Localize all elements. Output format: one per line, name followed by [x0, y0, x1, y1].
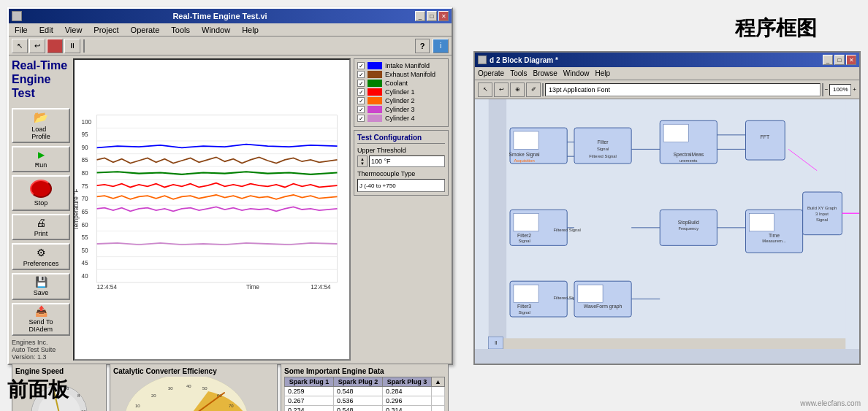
block-menu-tools[interactable]: Tools [510, 69, 527, 77]
menu-bar: File Edit View Project Operate Tools Win… [9, 23, 452, 37]
toolbar-back-btn[interactable]: ↩ [29, 39, 45, 53]
maximize-button[interactable]: □ [427, 11, 437, 21]
svg-text:Time: Time [769, 233, 780, 238]
thermocouple-label: Thermocouple Type [357, 170, 445, 177]
block-window-controls: _ □ ✕ [823, 55, 856, 65]
chart-container: 100 95 90 85 80 75 70 65 60 55 50 45 40 … [73, 58, 351, 361]
print-button[interactable]: 🖨 Print [12, 214, 70, 241]
block-diagram-chinese-label: 程序框图 [735, 15, 817, 42]
svg-text:45: 45 [81, 260, 88, 266]
svg-text:Time: Time [246, 284, 259, 291]
legend-cyl2: ✓ Cylinder 2 [357, 97, 445, 104]
catalytic-gauge: 0 10 20 30 40 50 60 70 80 90 100 [113, 377, 274, 411]
save-label: Save [34, 289, 49, 296]
close-button[interactable]: ✕ [438, 11, 449, 21]
toolbar-help-btn[interactable]: ? [415, 39, 430, 53]
block-minimize[interactable]: _ [823, 55, 833, 65]
table-row: 0.267 0.536 0.296 [285, 396, 445, 406]
block-menu-window[interactable]: Window [563, 69, 590, 77]
cell-r2c2: 0.536 [334, 396, 383, 406]
front-panel-label: 前面板 [7, 376, 69, 404]
menu-file[interactable]: File [12, 26, 31, 34]
toolbar-color-btn[interactable] [47, 39, 63, 53]
stop-icon [30, 180, 52, 198]
stop-label: Stop [34, 199, 48, 207]
menu-window[interactable]: Window [199, 26, 233, 34]
preferences-button[interactable]: ⚙ Preferences [12, 243, 70, 270]
svg-text:Filter3: Filter3 [517, 304, 531, 309]
legend-coolant-checkbox[interactable]: ✓ [357, 80, 365, 87]
legend-cyl1-color [368, 88, 382, 96]
block-maximize[interactable]: □ [834, 55, 845, 65]
run-label: Run [35, 161, 47, 169]
load-icon: 📂 [34, 110, 48, 124]
print-label: Print [34, 230, 48, 237]
spark-plug-3-header: Spark Plug 3 [383, 377, 432, 387]
svg-rect-107 [489, 338, 846, 349]
menu-view[interactable]: View [62, 26, 85, 34]
block-menu-help[interactable]: Help [595, 69, 610, 77]
threshold-spinner[interactable]: ▲ ▼ [357, 155, 368, 167]
svg-rect-77 [663, 124, 688, 142]
block-diagram-svg: Smoke Signal Acquisition Filter Signal F… [475, 99, 859, 349]
menu-edit[interactable]: Edit [37, 26, 56, 34]
menu-project[interactable]: Project [91, 26, 121, 34]
zoom-plus[interactable]: + [853, 86, 856, 93]
right-panel: ✓ Intake Manifold ✓ Exhaust Manifold ✓ C… [354, 58, 449, 361]
cell-r3c3: 0.314 [383, 406, 432, 412]
legend-cyl4-checkbox[interactable]: ✓ [357, 115, 365, 122]
legend-exhaust-color [368, 71, 382, 78]
thermocouple-select[interactable]: J (-40 to +750 [357, 179, 445, 192]
toolbar-pause-btn[interactable]: ⏸ [64, 39, 80, 53]
run-button[interactable]: ▶ Run [12, 146, 70, 172]
svg-text:40: 40 [81, 273, 88, 280]
block-tool-2[interactable]: ↩ [494, 82, 509, 97]
font-selector[interactable]: 13pt Application Font [545, 83, 821, 96]
block-title-bar: d 2 Block Diagram * _ □ ✕ [475, 53, 859, 67]
cell-r3c2: 0.548 [334, 406, 383, 412]
cell-r3c1: 0.234 [285, 406, 334, 412]
temperature-chart: 100 95 90 85 80 75 70 65 60 55 50 45 40 … [75, 60, 349, 359]
cell-r1c1: 0.259 [285, 387, 334, 396]
block-tool-4[interactable]: ✐ [526, 82, 541, 97]
toolbar-info-btn[interactable]: i [433, 39, 449, 53]
block-tool-3[interactable]: ⊕ [510, 82, 525, 97]
spinner-down[interactable]: ▼ [358, 161, 367, 166]
legend-cyl4: ✓ Cylinder 4 [357, 115, 445, 122]
zoom-value[interactable]: 100% [829, 84, 851, 96]
config-box: Test Configuration Upper Threshold ▲ ▼ 1… [354, 130, 449, 196]
save-button[interactable]: 💾 Save [12, 273, 70, 300]
save-icon: 💾 [35, 276, 47, 288]
legend-cyl3: ✓ Cylinder 3 [357, 106, 445, 113]
minimize-button[interactable]: _ [415, 11, 425, 21]
legend-cyl2-checkbox[interactable]: ✓ [357, 97, 365, 104]
zoom-minus[interactable]: − [825, 86, 829, 93]
menu-operate[interactable]: Operate [128, 26, 163, 34]
threshold-value[interactable]: 100 °F [369, 155, 445, 167]
toolbar-arrow-btn[interactable]: ↖ [12, 39, 28, 53]
block-menu-browse[interactable]: Browse [533, 69, 557, 77]
legend-intake-checkbox[interactable]: ✓ [357, 62, 365, 69]
stop-button[interactable]: Stop [12, 175, 70, 211]
menu-help[interactable]: Help [239, 26, 262, 34]
legend-exhaust-checkbox[interactable]: ✓ [357, 71, 365, 78]
legend-cyl4-label: Cylinder 4 [385, 115, 415, 122]
legend-cyl3-color [368, 106, 382, 113]
menu-tools[interactable]: Tools [168, 26, 193, 34]
svg-text:Acquisition: Acquisition [514, 158, 534, 163]
block-tool-1[interactable]: ↖ [478, 82, 492, 97]
legend-cyl3-checkbox[interactable]: ✓ [357, 106, 365, 113]
send-to-diadem-button[interactable]: 📤 Send ToDIAdem [12, 303, 70, 336]
block-menu-operate[interactable]: Operate [478, 69, 504, 77]
catalytic-box: Catalytic Converter Efficiency 0 10 20 3… [110, 364, 278, 411]
cell-r1c2: 0.548 [334, 387, 383, 396]
svg-text:75: 75 [81, 183, 88, 190]
block-close[interactable]: ✕ [846, 55, 856, 65]
legend-cyl1-checkbox[interactable]: ✓ [357, 88, 365, 96]
company-info: Engines Inc. Auto Test Suite Version: 1.… [12, 339, 70, 361]
table-scroll[interactable]: ▲ [432, 377, 445, 387]
watermark: www.elecfans.com [800, 399, 861, 407]
load-profile-button[interactable]: 📂 LoadProfile [12, 108, 70, 143]
cell-scroll-3 [432, 406, 445, 412]
svg-text:Frequency: Frequency [678, 226, 698, 231]
